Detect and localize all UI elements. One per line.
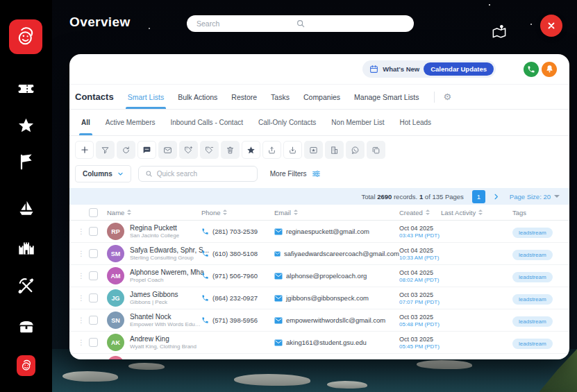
send-whatsapp-button[interactable] — [346, 141, 365, 159]
notifications-button[interactable] — [542, 62, 557, 77]
next-page-button[interactable] — [492, 193, 500, 201]
sidebar-item-milestones[interactable] — [17, 152, 35, 171]
smartlist-tab-hot-leads[interactable]: Hot Leads — [392, 110, 439, 135]
table-row[interactable]: ⋮ JG James Gibbons Gibbons | Peck (864) … — [69, 287, 569, 309]
smartlist-tab-all[interactable]: All — [74, 110, 98, 135]
smartlist-tab-call-only[interactable]: Call-Only Contacts — [251, 110, 324, 135]
smartlist-tab-inbound-calls[interactable]: Inbound Calls - Contact — [162, 110, 251, 135]
email-icon[interactable] — [274, 273, 283, 280]
sidebar-item-castle[interactable] — [17, 238, 35, 257]
app-logo-mascot[interactable] — [9, 19, 42, 54]
merge-contacts-button[interactable] — [367, 141, 385, 159]
tab-bulk-actions[interactable]: Bulk Actions — [178, 85, 217, 109]
row-checkbox[interactable] — [89, 227, 98, 236]
table-row[interactable]: ⋮ SM Safya Edwards, Sphr, S... Sterling … — [69, 243, 569, 265]
tab-restore[interactable]: Restore — [231, 85, 257, 109]
app-logo-mascot-small[interactable] — [17, 355, 35, 376]
created-date: Oct 03 2025 — [399, 291, 441, 298]
drag-handle[interactable]: ⋮ — [78, 295, 89, 302]
row-checkbox[interactable] — [89, 271, 98, 280]
created-date: Oct 04 2025 — [399, 247, 441, 254]
column-header-email[interactable]: Email — [274, 209, 399, 216]
map-button[interactable] — [490, 22, 509, 40]
column-header-name[interactable]: Name — [107, 209, 201, 216]
sort-icon[interactable] — [223, 210, 227, 215]
column-header-phone[interactable]: Phone — [201, 209, 274, 216]
table-row[interactable]: ⋮ AK Andrew King Wyatt King, Clothing Br… — [69, 332, 569, 354]
created-time: 07:07 PM (PDT) — [399, 299, 441, 305]
email-icon[interactable] — [274, 250, 281, 257]
current-page: 1 — [419, 193, 423, 201]
tab-smart-lists[interactable]: Smart Lists — [128, 85, 165, 109]
phone-icon[interactable] — [201, 250, 209, 257]
column-header-last-activity[interactable]: Last Activity — [441, 209, 512, 216]
smartlist-tab-active-members[interactable]: Active Members — [98, 110, 163, 135]
sort-icon[interactable] — [478, 210, 483, 215]
phone-button[interactable] — [524, 62, 539, 77]
phone-icon[interactable] — [201, 228, 209, 235]
add-to-company-button[interactable] — [325, 141, 344, 159]
pipeline-change-button[interactable] — [117, 141, 135, 159]
remove-tag-button[interactable] — [200, 141, 219, 159]
import-contacts-button[interactable] — [283, 141, 302, 159]
drag-handle[interactable]: ⋮ — [78, 273, 89, 280]
table-header: Name Phone Email Created Last Activity T… — [69, 205, 569, 221]
tab-tasks[interactable]: Tasks — [271, 85, 290, 109]
phone-icon[interactable] — [201, 294, 209, 302]
sort-icon[interactable] — [294, 210, 298, 215]
email-icon[interactable] — [274, 317, 283, 324]
delete-button[interactable] — [221, 141, 240, 159]
send-sms-button[interactable] — [137, 141, 156, 159]
columns-dropdown[interactable]: Columns — [75, 165, 131, 182]
send-review-request-button[interactable] — [304, 141, 323, 159]
email-icon[interactable] — [274, 339, 283, 346]
sort-icon[interactable] — [127, 210, 131, 215]
drag-handle[interactable]: ⋮ — [78, 339, 89, 346]
table-row[interactable]: ⋮ SN Shantel Nock Empower With Words Edu… — [69, 309, 569, 332]
drag-handle[interactable]: ⋮ — [78, 317, 89, 324]
row-checkbox[interactable] — [89, 338, 98, 347]
whats-new-button[interactable]: What's New Calendar Updates — [362, 60, 496, 78]
sidebar-item-favorites[interactable] — [17, 116, 35, 135]
export-contacts-button[interactable] — [262, 141, 281, 159]
phone-icon[interactable] — [201, 316, 209, 324]
drag-handle[interactable]: ⋮ — [78, 228, 89, 235]
sailboat-icon — [17, 199, 35, 218]
table-row[interactable]: ⋮ AM Alphonse Nwerem, Mha Propel Coach (… — [69, 265, 569, 287]
table-row-partial[interactable]: ⋮ — [69, 354, 569, 359]
calendar-updates-button[interactable]: Calendar Updates — [424, 62, 494, 76]
row-checkbox[interactable] — [89, 249, 98, 258]
close-button[interactable] — [540, 15, 562, 37]
phone-icon[interactable] — [201, 272, 209, 280]
quick-search[interactable] — [138, 166, 258, 182]
email-icon[interactable] — [274, 228, 283, 235]
tab-manage-smart-lists[interactable]: Manage Smart Lists — [354, 85, 419, 109]
sidebar-item-tools[interactable] — [17, 276, 35, 295]
settings-gear-icon[interactable]: ⚙ — [443, 92, 451, 101]
select-all-checkbox[interactable] — [89, 208, 98, 217]
sidebar-item-tickets[interactable] — [17, 79, 35, 98]
tab-companies[interactable]: Companies — [303, 85, 340, 109]
table-row[interactable]: ⋮ RP Regina Puckett San Jacinto College … — [69, 221, 569, 243]
row-checkbox[interactable] — [89, 316, 98, 325]
more-filters-button[interactable]: More Filters — [265, 166, 326, 182]
add-contact-button[interactable] — [75, 141, 94, 159]
page-size-dropdown[interactable]: Page Size: 20 — [510, 193, 560, 201]
smartlist-tab-non-member[interactable]: Non Member List — [324, 110, 392, 135]
global-search[interactable] — [187, 15, 414, 32]
search-input[interactable] — [196, 19, 294, 28]
email-icon[interactable] — [274, 295, 283, 302]
add-to-favorites-button[interactable] — [242, 141, 260, 159]
filter-button[interactable] — [96, 141, 115, 159]
row-checkbox[interactable] — [89, 293, 98, 302]
quick-search-input[interactable] — [157, 170, 240, 178]
drag-handle[interactable]: ⋮ — [78, 250, 89, 257]
add-tag-button[interactable] — [179, 141, 198, 159]
send-email-button[interactable] — [158, 141, 177, 159]
sidebar-item-treasure[interactable] — [17, 316, 35, 335]
sort-icon[interactable] — [426, 210, 430, 215]
page-1-button[interactable]: 1 — [472, 190, 485, 203]
avatar — [107, 356, 124, 359]
column-header-created[interactable]: Created — [399, 209, 441, 216]
sidebar-item-voyage[interactable] — [17, 199, 35, 218]
